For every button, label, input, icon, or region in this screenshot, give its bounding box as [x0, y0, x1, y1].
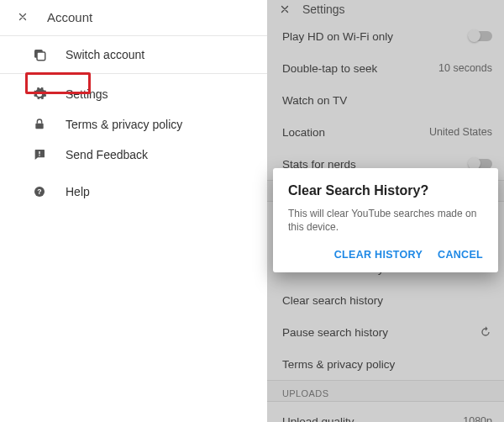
- menu-terms[interactable]: Terms & privacy policy: [0, 109, 267, 140]
- svg-rect-1: [37, 52, 45, 61]
- row-label: Pause search history: [282, 326, 388, 339]
- row-double-tap[interactable]: Double-tap to seek 10 seconds: [267, 52, 504, 84]
- section-uploads: UPLOADS: [267, 380, 504, 402]
- menu-label: Send Feedback: [66, 148, 148, 161]
- row-terms-privacy[interactable]: Terms & privacy policy: [267, 348, 504, 380]
- row-label: Play HD on Wi-Fi only: [282, 30, 393, 43]
- menu-feedback[interactable]: Send Feedback: [0, 140, 267, 170]
- menu-label: Terms & privacy policy: [66, 118, 182, 131]
- row-label: Double-tap to seek: [282, 62, 377, 75]
- dialog-body: This will clear YouTube searches made on…: [288, 207, 483, 234]
- svg-rect-4: [39, 155, 39, 156]
- settings-panel: Settings Play HD on Wi-Fi only Double-ta…: [267, 0, 504, 422]
- svg-rect-2: [35, 124, 43, 129]
- svg-rect-3: [39, 151, 39, 154]
- account-header: Account: [0, 0, 267, 34]
- row-play-hd[interactable]: Play HD on Wi-Fi only: [267, 20, 504, 52]
- menu-label: Help: [66, 185, 90, 198]
- divider: [0, 73, 267, 74]
- row-clear-search-history[interactable]: Clear search history: [267, 284, 504, 316]
- close-icon[interactable]: [17, 11, 29, 23]
- section-label: UPLOADS: [282, 388, 328, 398]
- row-label: Watch on TV: [282, 94, 347, 107]
- clear-history-button[interactable]: CLEAR HISTORY: [334, 249, 423, 261]
- row-label: Location: [282, 126, 325, 139]
- svg-text:?: ?: [37, 187, 41, 196]
- row-upload-quality[interactable]: Upload quality 1080p: [267, 405, 504, 422]
- dialog-actions: CLEAR HISTORY CANCEL: [288, 249, 483, 266]
- dialog-title: Clear Search History?: [288, 183, 483, 198]
- settings-list-uploads: Upload quality 1080p: [267, 402, 504, 422]
- account-panel: Account Switch account Settings Terms & …: [0, 0, 267, 422]
- divider: [0, 35, 267, 36]
- app-root: Account Switch account Settings Terms & …: [0, 0, 504, 422]
- row-value: 10 seconds: [438, 62, 492, 74]
- settings-list-general: Play HD on Wi-Fi only Double-tap to seek…: [267, 17, 504, 180]
- clear-search-dialog: Clear Search History? This will clear Yo…: [273, 168, 498, 272]
- lock-icon: [32, 117, 47, 132]
- toggle-switch[interactable]: [469, 31, 492, 41]
- row-location[interactable]: Location United States: [267, 116, 504, 148]
- settings-header: Settings: [267, 0, 504, 17]
- menu-label: Settings: [66, 87, 108, 101]
- account-title: Account: [47, 10, 92, 24]
- feedback-icon: [32, 147, 47, 162]
- settings-title: Settings: [302, 3, 345, 16]
- gear-icon: [32, 87, 47, 102]
- menu-help[interactable]: ? Help: [0, 177, 267, 207]
- row-label: Clear search history: [282, 294, 383, 307]
- switch-account-icon: [32, 47, 47, 62]
- menu-label: Switch account: [66, 48, 144, 61]
- row-label: Upload quality: [282, 415, 354, 423]
- cancel-button[interactable]: CANCEL: [438, 249, 483, 261]
- menu-switch-account[interactable]: Switch account: [0, 40, 267, 70]
- help-icon: ?: [32, 184, 47, 199]
- close-icon[interactable]: [279, 3, 291, 15]
- row-pause-search-history[interactable]: Pause search history: [267, 316, 504, 348]
- refresh-icon[interactable]: [479, 325, 492, 339]
- row-value: United States: [429, 126, 492, 138]
- row-label: Terms & privacy policy: [282, 358, 395, 371]
- menu-settings[interactable]: Settings: [0, 79, 267, 109]
- row-watch-on-tv[interactable]: Watch on TV: [267, 84, 504, 116]
- row-value: 1080p: [463, 415, 492, 422]
